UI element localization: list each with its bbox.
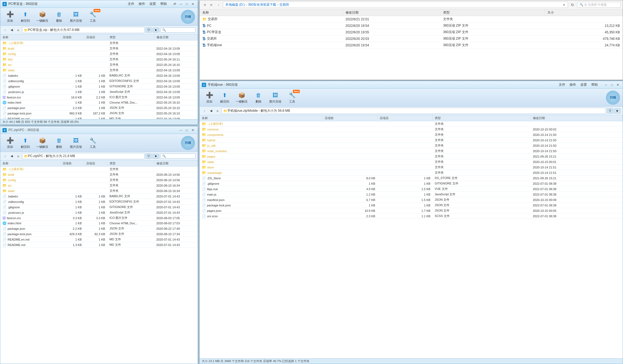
add-button-3[interactable]: ➕ 添加	[202, 90, 216, 105]
nav-up-2[interactable]: ↑	[2, 154, 8, 159]
breadcrumb-subdir[interactable]: 交易所	[279, 2, 289, 7]
extract-button-3[interactable]: ⬆ 解压到	[218, 90, 232, 105]
menu-help-1[interactable]: 帮助	[160, 2, 167, 6]
sort-button-3[interactable]: ▽	[607, 108, 613, 113]
table-row[interactable]: 📄package-lock.json 429.3 KB 82.3 KB JSON…	[0, 231, 198, 237]
tools-button-1[interactable]: New 🔧 工具	[86, 9, 100, 24]
nav-back-1[interactable]: ◀	[9, 27, 14, 33]
table-row[interactable]: 📄README.en.md 1 KB 1 KB MD 文件 2022-04-16…	[0, 116, 198, 119]
table-row[interactable]: 📄.postcssrc.js 1 KB 1 KB JavaScript 文件 2…	[0, 89, 198, 95]
table-row[interactable]: 📁node_modules 文件夹 2020-10-14 21:50	[200, 148, 623, 154]
sort-down-button-3[interactable]: ▼	[614, 108, 621, 113]
table-row[interactable]: 📄pages.json 10.9 KB 1.7 KB JSON 文件 2020-…	[200, 208, 623, 213]
table-row[interactable]: 📄.gitignore 1 KB 1 KB GITIGNORE 文件 2022-…	[200, 181, 623, 186]
table-row[interactable]: 📁..(上级目录) 文件夹	[0, 40, 198, 46]
table-row[interactable]: 📁static 文件夹 2020-08-10 16:34	[0, 188, 198, 194]
table-row[interactable]: 📁components 文件夹 2020-10-14 21:50	[200, 132, 623, 138]
breadcrumb-disk[interactable]: 本地磁盘 (D:)	[225, 2, 245, 7]
table-row[interactable]: 📁..(上级目录) 文件夹	[200, 121, 623, 127]
nav-detail-3[interactable]: ≡	[215, 108, 220, 114]
table-row[interactable]: 📁build 文件夹 2020-08-10 14:56	[0, 172, 198, 177]
table-row[interactable]: 📁static 文件夹 2020-10-15 00:01	[200, 159, 623, 165]
table-row[interactable]: 📁src 文件夹 2020-08-10 16:34	[0, 183, 198, 188]
minimize-button-2[interactable]: ─	[178, 128, 184, 133]
table-row[interactable]: 📁dist 文件夹 2022-05-24 16:11	[0, 57, 198, 62]
table-row[interactable]: 📁store 文件夹 2020-10-14 21:51	[200, 165, 623, 170]
table-row[interactable]: 📄manifest.json 6.7 KB 1.5 KB JSON 文件 202…	[200, 197, 623, 203]
sort-button-2[interactable]: ▽	[146, 154, 152, 159]
table-row[interactable]: 📄.postcssrc.js 1 KB 1 KB JavaScript 文件 2…	[0, 210, 198, 215]
restore-button-1[interactable]: □	[184, 2, 190, 7]
onekey-button-2[interactable]: 📦 一键解压	[34, 136, 51, 150]
search-box-1[interactable]: 🔍	[160, 27, 196, 33]
menu-settings-1[interactable]: 设置	[149, 2, 156, 6]
exp-nav-up[interactable]: ↑	[216, 2, 221, 8]
table-row[interactable]: 📁 交易所 2022/6/21 22:01 文件夹	[200, 16, 623, 23]
table-row[interactable]: 📁pages 文件夹 2021-09-26 15:21	[200, 154, 623, 159]
table-row[interactable]: 📄package.json 2.2 KB 1 KB JSON 文件 2022-0…	[0, 105, 198, 111]
nav-back-3[interactable]: ◀	[208, 108, 214, 114]
minimize-button-1[interactable]: ─	[178, 2, 184, 7]
table-row[interactable]: 📁static 文件夹 2022-04-16 13:09	[0, 68, 198, 73]
onekey-button-3[interactable]: 📦 一键解压	[233, 90, 250, 105]
table-row[interactable]: 📄.babelrc 1 KB 1 KB BABELRC 文件 2022-04-1…	[0, 73, 198, 78]
breadcrumb-box[interactable]: 本地磁盘 (D:) › 360安全浏览器下载 › 交易所 ▼	[223, 2, 568, 8]
table-row[interactable]: 📁unpackage 文件夹 2020-10-14 21:51	[200, 170, 623, 175]
refresh-button[interactable]: ↻	[570, 2, 576, 8]
table-row[interactable]: 📄README.en.md 1 KB 1 KB MD 文件 2020-07-01…	[0, 237, 198, 242]
imgcompress-button-1[interactable]: 🖼 图片压缩	[67, 9, 85, 24]
addr-path-3[interactable]: 📁 手机端vue.zip\Mobile - 解包大小为 56.8 MB	[221, 108, 606, 114]
close-button-1[interactable]: ✕	[190, 2, 196, 7]
imgcompress-button-3[interactable]: 🖼 图片压缩	[267, 90, 284, 105]
file-area-1[interactable]: 名称 压缩前 压缩后 类型 修改日期 📁..(上级目录) 文件夹 📁build …	[0, 34, 198, 119]
nav-detail-2[interactable]: ≡	[15, 154, 21, 159]
nav-detail-1[interactable]: ≡	[15, 27, 21, 33]
menu-help-3[interactable]: 帮助	[591, 82, 598, 87]
breadcrumb-dir[interactable]: 360安全浏览器下载	[248, 2, 276, 7]
restore-button-3[interactable]: □	[609, 82, 615, 87]
table-row[interactable]: 📄.gitignore 1 KB 1 KB GITIGNORE 文件 2022-…	[0, 84, 198, 89]
table-row[interactable]: 🖼favicon.ico 3.3 KB 3.3 KB ICO 图片文件 2020…	[0, 215, 198, 221]
menu-file-3[interactable]: 文件	[559, 82, 565, 87]
imgcompress-button-2[interactable]: 🖼 图片压缩	[67, 136, 85, 150]
search-box-2[interactable]: 🔍	[160, 154, 196, 159]
delete-button-3[interactable]: 🗑 删除	[251, 90, 266, 105]
table-row[interactable]: 📄.editorconfig 1 KB 1 KB EDITORCONFIG 文件…	[0, 199, 198, 205]
table-row[interactable]: 📁config 文件夹 2020-08-10 14:56	[0, 177, 198, 183]
table-row[interactable]: 📄package-lock.json 1 KB 1 KB JSON 文件 202…	[200, 203, 623, 208]
restore-button-2[interactable]: □	[184, 128, 190, 133]
scan-button-2[interactable]: 扫描	[181, 136, 195, 150]
close-button-3[interactable]: ✕	[615, 82, 621, 87]
add-button-1[interactable]: ➕ 添加	[3, 9, 17, 24]
menu-settings-3[interactable]: 设置	[580, 82, 587, 87]
extract-button-1[interactable]: ⬆ 解压到	[18, 9, 33, 24]
nav-up-3[interactable]: ↑	[202, 108, 207, 114]
sort-down-button-1[interactable]: ▼	[152, 28, 159, 33]
table-row[interactable]: 📁src 文件夹 2022-05-24 16:10	[0, 62, 198, 68]
table-row[interactable]: 📁..(上级目录) 文件夹	[0, 167, 198, 172]
table-row[interactable]: 📄package.json 2.2 KB 1 KB JSON 文件 2020-0…	[0, 226, 198, 231]
menu-file-1[interactable]: 文件	[128, 2, 134, 6]
add-button-2[interactable]: ➕ 添加	[3, 136, 17, 150]
table-row[interactable]: 📄.gitignore 1 KB 1 KB GITIGNORE 文件 2020-…	[0, 205, 198, 210]
table-row[interactable]: 🌐index.html 1 KB 1 KB Chrome HTML Doc...…	[0, 100, 198, 105]
table-row[interactable]: 📁common 文件夹 2020-10-15 00:02	[200, 127, 623, 132]
sort-down-button-2[interactable]: ▼	[152, 154, 159, 159]
table-row[interactable]: 📁build 文件夹 2022-04-16 13:09	[0, 46, 198, 51]
file-area-3[interactable]: 名称 压缩前 压缩后 类型 修改日期 📁..(上级目录) 文件夹 📁common…	[200, 115, 623, 358]
file-area-2[interactable]: 名称 压缩前 压缩后 类型 修改日期 📁..(上级目录) 文件夹 📁build …	[0, 161, 198, 364]
table-row[interactable]: 🗜 手机端vue 2022/6/20 19:54 360压缩 ZIP 文件 24…	[200, 42, 623, 49]
delete-button-1[interactable]: 🗑 删除	[52, 9, 66, 24]
table-row[interactable]: 📄.editorconfig 1 KB 1 KB EDITORCONFIG 文件…	[0, 78, 198, 84]
table-row[interactable]: 📄README.md 1.3 KB 1 KB MD 文件 2020-07-01 …	[0, 242, 198, 248]
scan-button-1[interactable]: 扫描	[181, 10, 195, 24]
scan-button-3[interactable]: 扫描	[606, 91, 620, 105]
menu-ops-3[interactable]: 操作	[570, 82, 576, 87]
nav-back-2[interactable]: ◀	[9, 154, 14, 159]
delete-button-2[interactable]: 🗑 删除	[52, 136, 66, 150]
table-row[interactable]: 📁hybrid 文件夹 2020-10-14 21:50	[200, 138, 623, 143]
table-row[interactable]: 🌐index.html 1 KB 1 KB Chrome HTML Doc...…	[0, 221, 198, 226]
table-row[interactable]: 🗜 PC 2022/6/20 19:54 360压缩 ZIP 文件 13,212…	[200, 23, 623, 29]
table-row[interactable]: 🗜 交易所 2022/6/20 20:03 360压缩 ZIP 文件 479,7…	[200, 36, 623, 42]
exp-nav-back[interactable]: ◀	[202, 2, 207, 8]
